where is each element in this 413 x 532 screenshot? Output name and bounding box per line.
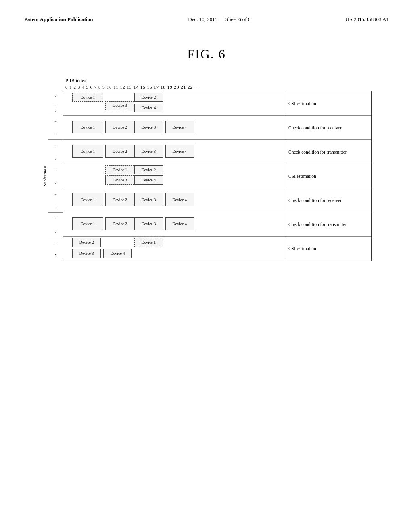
right-label-1: Check condition for receiver (285, 116, 371, 140)
device-block-r5-d2: Device 3 (134, 217, 163, 230)
y-tick-0-0: 0 (55, 94, 57, 98)
device-block-r2-d1: Device 2 (105, 145, 134, 158)
y-tick-0-1: … (54, 101, 58, 105)
device-block-r0-d0: Device 1 (72, 93, 103, 102)
device-block-r2-d0: Device 1 (72, 145, 103, 158)
device-block-r2-d3: Device 4 (165, 145, 194, 158)
device-block-r1-d0: Device 1 (72, 121, 103, 133)
y-tick-2-0: … (54, 143, 58, 147)
y-tick-group-3: …0 (48, 164, 63, 188)
grid-row-3: Device 1Device 3Device 2Device 4 (63, 164, 285, 188)
device-block-r6-d0: Device 2 (72, 238, 101, 247)
device-block-r5-d1: Device 2 (105, 217, 134, 230)
grid-row-2: Device 1Device 2Device 3Device 4 (63, 140, 285, 164)
device-block-r4-d2: Device 3 (134, 193, 163, 206)
y-tick-6-2: 5 (55, 254, 57, 258)
device-block-r5-d0: Device 1 (72, 217, 103, 230)
device-block-r1-d2: Device 3 (134, 121, 163, 133)
device-block-r0-d3: Device 4 (134, 104, 163, 112)
right-label-6: CSI estimation (285, 237, 371, 261)
header-date: Dec. 10, 2015 Sheet 6 of 6 (188, 16, 250, 23)
device-block-r3-d1: Device 3 (105, 175, 134, 184)
page: Patent Application Publication Dec. 10, … (0, 0, 413, 532)
grid-row-5: Device 1Device 2Device 3Device 4 (63, 212, 285, 237)
y-tick-6-0: … (54, 240, 58, 244)
device-block-r4-d0: Device 1 (72, 193, 103, 206)
device-block-r6-d2: Device 4 (103, 249, 132, 258)
device-block-r2-d2: Device 3 (134, 145, 163, 158)
y-tick-3-0: … (54, 167, 58, 171)
right-labels: CSI estimationCheck condition for receiv… (285, 91, 372, 261)
right-label-4: Check condition for receiver (285, 188, 371, 212)
y-tick-1-2: 0 (55, 132, 57, 136)
grid-row-1: Device 1Device 2Device 3Device 4 (63, 116, 285, 140)
figure-title: FIG. 6 (24, 47, 389, 62)
device-block-r0-d2: Device 2 (134, 93, 163, 102)
y-tick-4-0: … (54, 191, 58, 195)
prb-index-label: PRB index (65, 78, 372, 84)
y-tick-4-2: 5 (55, 205, 57, 209)
header-patent-number: US 2015/358803 A1 (346, 16, 389, 23)
grid-row-6: Device 2Device 3Device 4Device 1 (63, 237, 285, 261)
y-tick-5-2: 0 (55, 229, 57, 233)
header-publication-label: Patent Application Publication (24, 16, 93, 23)
device-block-r3-d0: Device 1 (105, 165, 134, 174)
device-block-r3-d3: Device 4 (134, 175, 163, 184)
right-label-5: Check condition for transmitter (285, 212, 371, 237)
y-tick-group-5: …0 (48, 213, 63, 237)
right-label-3: CSI estimation (285, 164, 371, 188)
y-tick-0-2: 5 (55, 108, 57, 112)
y-tick-group-6: …5 (48, 237, 63, 261)
right-label-2: Check condition for transmitter (285, 140, 371, 164)
y-tick-group-4: …5 (48, 188, 63, 212)
device-block-r6-d1: Device 3 (72, 249, 101, 258)
y-tick-group-0: 0…5 (48, 91, 63, 115)
y-tick-2-2: 5 (55, 156, 57, 160)
device-block-r3-d2: Device 2 (134, 165, 163, 174)
device-block-r4-d1: Device 2 (105, 193, 134, 206)
device-block-r4-d3: Device 4 (165, 193, 194, 206)
y-axis: Subframe # 0…5…0…5…0…5…0…5 (41, 91, 63, 261)
device-block-r6-d3: Device 1 (134, 238, 163, 247)
device-block-r1-d3: Device 4 (165, 121, 194, 133)
y-tick-5-0: … (54, 216, 58, 220)
device-block-r0-d1: Device 3 (105, 101, 134, 110)
diagram-container: PRB index 0 1 2 3 4 5 6 7 8 9 10 11 12 1… (41, 78, 372, 261)
grid-row-4: Device 1Device 2Device 3Device 4 (63, 188, 285, 212)
y-tick-3-2: 0 (55, 181, 57, 185)
y-tick-1-0: … (54, 118, 58, 123)
page-header: Patent Application Publication Dec. 10, … (24, 16, 389, 23)
y-axis-label-rotated: Subframe # (41, 91, 48, 261)
grid-row-0: Device 1Device 3Device 2Device 4 (63, 91, 285, 116)
device-block-r1-d1: Device 2 (105, 121, 134, 133)
prb-numbers: 0 1 2 3 4 5 6 7 8 9 10 11 12 13 14 15 16… (65, 85, 372, 89)
y-tick-group-1: …0 (48, 115, 63, 139)
right-label-0: CSI estimation (285, 91, 371, 116)
device-block-r5-d3: Device 4 (165, 217, 194, 230)
y-tick-group-2: …5 (48, 140, 63, 164)
grid-area: Device 1Device 3Device 2Device 4Device 1… (63, 91, 285, 261)
y-ticks-column: 0…5…0…5…0…5…0…5 (48, 91, 63, 261)
